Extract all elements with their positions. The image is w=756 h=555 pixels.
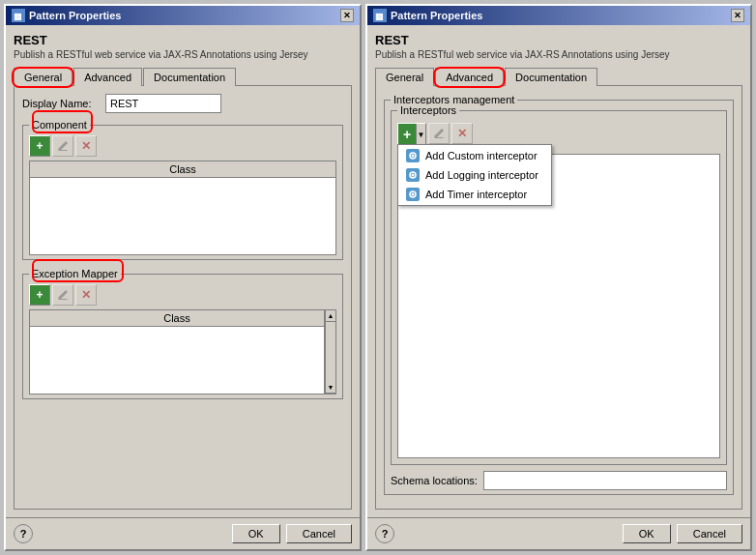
right-footer-buttons: OK Cancel (623, 524, 742, 543)
left-help-button[interactable]: ? (14, 524, 33, 543)
svg-text:▦: ▦ (14, 12, 22, 21)
left-tabs: General Advanced Documentation (14, 68, 352, 86)
right-cancel-button[interactable]: Cancel (677, 524, 742, 543)
right-tab-advanced[interactable]: Advanced (435, 68, 504, 87)
right-tab-content: Interceptors management Interceptors + ▼ (375, 85, 742, 510)
schema-row: Schema locations: (391, 471, 727, 490)
component-legend: Component (29, 119, 90, 131)
left-subtitle: Publish a RESTful web service via JAX-RS… (14, 49, 352, 60)
right-close-button[interactable]: ✕ (731, 9, 744, 22)
left-close-button[interactable]: ✕ (340, 9, 354, 22)
left-title-text: Pattern Properties (29, 10, 121, 21)
right-dialog-body: REST Publish a RESTful web service via J… (367, 25, 750, 517)
right-tab-general[interactable]: General (375, 68, 434, 86)
left-tab-advanced[interactable]: Advanced (73, 68, 142, 86)
left-app-title: REST (14, 33, 352, 47)
right-title-text: Pattern Properties (391, 10, 482, 21)
component-delete-btn[interactable]: ✕ (75, 135, 97, 157)
custom-gear-icon (406, 149, 420, 162)
left-footer: ? OK Cancel (6, 517, 360, 549)
interceptors-toolbar: + ▼ ✕ (397, 123, 720, 146)
interceptors-legend: Interceptors (397, 104, 459, 116)
component-class-header: Class (30, 161, 335, 178)
exception-toolbar: + ✕ (29, 284, 336, 306)
left-dialog-body: REST Publish a RESTful web service via J… (6, 25, 360, 517)
right-title-bar: ▦ Pattern Properties ✕ (367, 6, 750, 25)
right-footer: ? OK Cancel (367, 517, 750, 549)
left-ok-button[interactable]: OK (232, 524, 280, 543)
svg-text:▦: ▦ (375, 12, 384, 21)
exception-mapper-legend: Exception Mapper (29, 268, 121, 279)
left-cancel-button[interactable]: Cancel (286, 524, 352, 543)
left-tab-documentation[interactable]: Documentation (143, 68, 236, 86)
svg-point-12 (412, 174, 415, 177)
right-ok-button[interactable]: OK (623, 524, 671, 543)
dropdown-custom-label: Add Custom interceptor (425, 150, 538, 161)
right-subtitle: Publish a RESTful web service via JAX-RS… (375, 49, 742, 60)
component-edit-btn[interactable] (52, 135, 73, 157)
exception-class-header: Class (30, 310, 324, 327)
interceptors-delete-btn[interactable]: ✕ (451, 123, 473, 144)
exception-delete-btn[interactable]: ✕ (75, 284, 97, 306)
svg-point-14 (412, 193, 415, 196)
right-tab-documentation[interactable]: Documentation (505, 68, 597, 86)
exception-mapper-group: Exception Mapper + ✕ Class ▲ (22, 274, 343, 399)
left-dialog: ▦ Pattern Properties ✕ REST Publish a RE… (4, 4, 362, 551)
display-name-label: Display Name: (22, 98, 100, 109)
exception-scrollbar[interactable]: ▲ ▼ (325, 309, 336, 394)
exception-list[interactable]: Class (29, 309, 325, 394)
component-list[interactable]: Class (29, 161, 336, 255)
schema-locations-label: Schema locations: (391, 475, 478, 486)
dropdown-item-timer[interactable]: Add Timer interceptor (398, 185, 551, 204)
dropdown-timer-label: Add Timer interceptor (425, 189, 527, 200)
right-app-title: REST (375, 33, 742, 47)
scroll-up[interactable]: ▲ (326, 310, 335, 322)
schema-locations-input[interactable] (483, 471, 727, 490)
right-tabs: General Advanced Documentation (375, 68, 742, 86)
svg-point-10 (412, 155, 415, 158)
left-tab-content: Display Name: Component + ✕ Class (14, 85, 352, 510)
component-group: Component + ✕ Class (22, 125, 343, 260)
left-tab-general[interactable]: General (14, 68, 73, 87)
scroll-down[interactable]: ▼ (326, 382, 335, 394)
add-arrow-btn[interactable]: ▼ (416, 124, 425, 145)
logging-gear-icon (406, 168, 420, 182)
component-toolbar: + ✕ (29, 135, 336, 157)
component-add-btn[interactable]: + (29, 135, 50, 157)
dropdown-item-logging[interactable]: Add Logging interceptor (398, 165, 551, 185)
add-main-btn[interactable]: + (398, 124, 416, 145)
scroll-track (326, 322, 335, 382)
left-footer-buttons: OK Cancel (232, 524, 352, 543)
left-title-icon: ▦ (12, 9, 25, 22)
interceptors-toolbar-wrapper: + ▼ ✕ ↓ (397, 117, 720, 150)
interceptors-edit-btn[interactable] (428, 123, 450, 144)
right-help-button[interactable]: ? (375, 524, 394, 543)
display-name-input[interactable] (105, 94, 221, 113)
dropdown-item-custom[interactable]: Add Custom interceptor (398, 146, 551, 165)
interceptors-management-group: Interceptors management Interceptors + ▼ (384, 100, 734, 495)
interceptors-add-split-btn[interactable]: + ▼ (397, 123, 426, 146)
display-name-row: Display Name: (22, 94, 343, 113)
right-dialog: ▦ Pattern Properties ✕ REST Publish a RE… (365, 4, 752, 551)
exception-add-btn[interactable]: + (29, 284, 50, 306)
right-title-icon: ▦ (373, 9, 387, 22)
interceptors-inner-group: Interceptors + ▼ ✕ (391, 110, 727, 465)
interceptors-dropdown-menu: Add Custom interceptor Add Logging inter… (397, 144, 552, 206)
exception-edit-btn[interactable] (52, 284, 73, 306)
left-title-bar: ▦ Pattern Properties ✕ (6, 6, 360, 25)
timer-gear-icon (406, 188, 420, 201)
dropdown-logging-label: Add Logging interceptor (425, 169, 538, 181)
